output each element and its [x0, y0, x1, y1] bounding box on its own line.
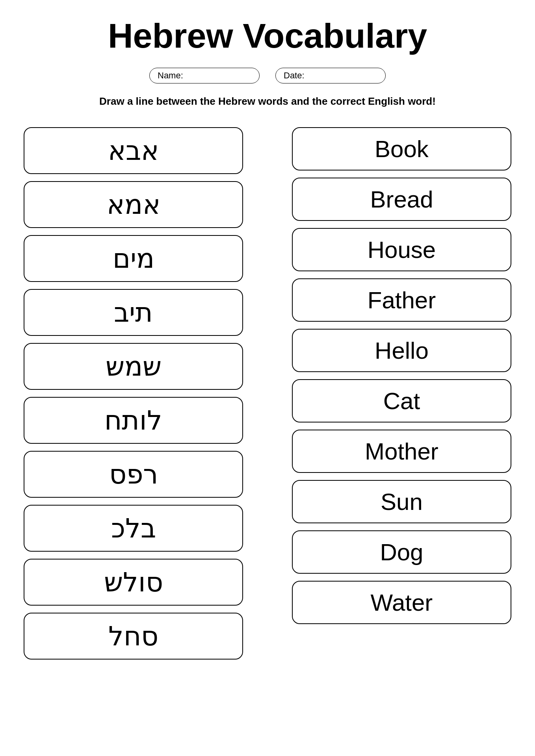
english-column: Book Bread House Father Hello Cat Mother…: [292, 127, 511, 660]
hebrew-column: אבא אמא מים תיב שמש לותח רפס בלכ סולש סח…: [24, 127, 243, 660]
list-item: לותח: [24, 397, 243, 444]
instruction-text: Draw a line between the Hebrew words and…: [99, 95, 436, 107]
list-item: רפס: [24, 451, 243, 498]
list-item: אמא: [24, 181, 243, 228]
list-item: סחל: [24, 613, 243, 660]
list-item: תיב: [24, 289, 243, 336]
list-item: Sun: [292, 480, 511, 523]
list-item: Cat: [292, 379, 511, 422]
date-field[interactable]: Date:: [275, 68, 386, 83]
list-item: בלכ: [24, 505, 243, 552]
list-item: Hello: [292, 329, 511, 372]
name-field[interactable]: Name:: [149, 68, 260, 83]
page-title: Hebrew Vocabulary: [108, 16, 427, 56]
vocab-grid: אבא אמא מים תיב שמש לותח רפס בלכ סולש סח…: [24, 127, 511, 660]
list-item: Father: [292, 278, 511, 322]
list-item: House: [292, 228, 511, 271]
list-item: מים: [24, 235, 243, 282]
list-item: Water: [292, 581, 511, 624]
date-label: Date:: [284, 70, 305, 81]
list-item: Bread: [292, 178, 511, 221]
name-label: Name:: [158, 70, 183, 81]
list-item: שמש: [24, 343, 243, 390]
list-item: אבא: [24, 127, 243, 174]
list-item: Mother: [292, 430, 511, 473]
list-item: Book: [292, 127, 511, 170]
list-item: Dog: [292, 530, 511, 574]
header-fields: Name: Date:: [149, 68, 386, 83]
list-item: סולש: [24, 559, 243, 606]
